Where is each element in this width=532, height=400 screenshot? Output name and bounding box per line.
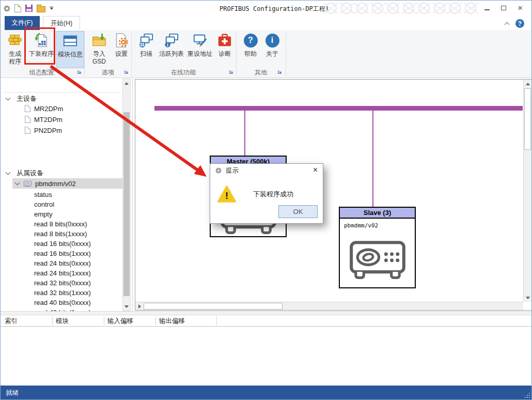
- button-label: 诊断: [218, 50, 231, 58]
- app-icon[interactable]: [4, 5, 10, 12]
- button-label: 扫描: [140, 50, 152, 58]
- tree-module-item[interactable]: read 24 bits(0xxxx): [1, 258, 122, 268]
- module-label: read 32 bits(1xxxx): [34, 289, 91, 297]
- button-label: 导入: [93, 50, 105, 58]
- dialog-launcher-icon[interactable]: [277, 69, 283, 74]
- dialog-launcher-icon[interactable]: [77, 69, 82, 74]
- scroll-up-button[interactable]: [123, 79, 130, 87]
- tree-section-label: 从属设备: [17, 168, 43, 178]
- active-list-icon: [163, 32, 180, 49]
- tree-module-item[interactable]: read 8 bits(1xxxx): [1, 228, 122, 239]
- warning-exclamation: !: [217, 191, 236, 202]
- column-header[interactable]: 输入偏移: [107, 315, 133, 327]
- tree-module-item[interactable]: read 24 bits(1xxxx): [1, 268, 122, 278]
- scroll-down-button[interactable]: [123, 302, 130, 311]
- scrollbar-thumb[interactable]: [123, 112, 130, 296]
- tree-module-item[interactable]: read 8 bits(0xxxx): [1, 219, 122, 229]
- save-icon[interactable]: [25, 5, 33, 12]
- tree-item-pbmdmm-selected[interactable]: pbmdmm/v02: [12, 178, 123, 189]
- import-gsd-icon: [91, 32, 107, 49]
- chevron-down-icon[interactable]: [6, 170, 11, 175]
- tree-module-item[interactable]: read 40 bits(1xxxx): [1, 307, 122, 311]
- reset-address-button[interactable]: 重设地址: [186, 31, 213, 68]
- slave-device-name: pbmdmm/v02: [344, 222, 378, 229]
- diagnosis-button[interactable]: 诊断: [215, 31, 234, 68]
- close-button[interactable]: ×: [512, 3, 528, 13]
- resize-grip[interactable]: [524, 392, 530, 398]
- canvas-horizontal-scrollbar[interactable]: [135, 302, 523, 310]
- reset-address-icon: [192, 32, 208, 49]
- column-divider: [216, 316, 217, 326]
- scroll-up-button[interactable]: [524, 80, 531, 88]
- tree-module-item[interactable]: empty: [1, 209, 122, 219]
- document-icon: [25, 127, 30, 134]
- tree-item-pn2dpm[interactable]: PN2DPm: [1, 125, 122, 135]
- help-button[interactable]: ?: [515, 19, 524, 28]
- ribbon-help-button[interactable]: ? 帮助: [241, 31, 260, 68]
- projector-icon: [349, 238, 406, 281]
- new-file-icon[interactable]: [14, 4, 21, 12]
- tree-module-item[interactable]: read 16 bits(0xxxx): [1, 238, 122, 249]
- dialog-close-icon[interactable]: ×: [313, 166, 318, 174]
- button-label: 模块信息: [58, 51, 83, 58]
- qat-dropdown-icon[interactable]: [50, 7, 53, 10]
- minimize-button[interactable]: [479, 3, 495, 13]
- scroll-right-button[interactable]: [135, 303, 144, 310]
- dialog-launcher-icon[interactable]: [229, 69, 234, 74]
- maximize-button[interactable]: [495, 3, 512, 13]
- scrollbar-thumb[interactable]: [144, 303, 283, 310]
- window-title: PROFIBUS Configuration-DP工程1: [220, 5, 329, 13]
- tree-module-item[interactable]: read 16 bits(1xxxx): [1, 248, 122, 258]
- button-label: GSD: [92, 58, 106, 66]
- column-header[interactable]: 输出偏移: [159, 315, 185, 327]
- bus-drop-line-slave: [372, 111, 373, 207]
- group-label: 组态配置: [1, 68, 83, 77]
- help-circle-icon: ?: [242, 32, 259, 49]
- import-gsd-button[interactable]: 导入 GSD: [88, 31, 110, 68]
- titlebar-ornament: [323, 1, 478, 16]
- module-info-icon: [62, 33, 79, 49]
- tree-module-item[interactable]: read 40 bits(0xxxx): [1, 297, 122, 307]
- settings-button[interactable]: 设置: [112, 31, 131, 68]
- module-info-button[interactable]: 模块信息: [56, 31, 84, 68]
- column-header[interactable]: 模块: [56, 315, 69, 327]
- tree-item-label: MT2DPm: [34, 116, 62, 124]
- module-label: read 24 bits(0xxxx): [34, 259, 91, 267]
- ok-button[interactable]: OK: [278, 205, 318, 218]
- dialog-title-bar[interactable]: 提示 ×: [210, 164, 323, 177]
- active-list-button[interactable]: 活跃列表: [158, 31, 185, 68]
- generate-program-button[interactable]: 生成 程序: [4, 31, 26, 68]
- tree-item-mt2dpm[interactable]: MT2DPm: [1, 114, 122, 125]
- open-folder-icon[interactable]: [37, 6, 45, 12]
- panel-splitter[interactable]: [1, 311, 531, 315]
- tree-section-slave-devices[interactable]: 从属设备: [1, 168, 122, 178]
- network-canvas[interactable]: Master (500k) Slave (3) pbmdmm/v02: [135, 79, 532, 311]
- tree-module-item[interactable]: read 32 bits(0xxxx): [1, 278, 122, 288]
- tree-item-label: MR2DPm: [34, 105, 63, 113]
- button-label: 设置: [115, 50, 128, 58]
- tree-module-item[interactable]: control: [1, 199, 122, 209]
- collapse-ribbon-icon[interactable]: [505, 22, 509, 26]
- column-header[interactable]: 索引: [5, 315, 18, 327]
- module-label: status: [34, 191, 52, 198]
- chevron-down-icon[interactable]: [6, 96, 11, 101]
- table-header-row: 索引 模块 输入偏移 输出偏移: [1, 315, 531, 327]
- slave-node-title: Slave (3): [340, 208, 415, 219]
- scan-button[interactable]: 扫描: [136, 31, 157, 68]
- tree-module-item[interactable]: read 32 bits(1xxxx): [1, 287, 122, 298]
- canvas-vertical-scrollbar[interactable]: [523, 80, 531, 302]
- settings-icon: [113, 32, 130, 49]
- chevron-down-icon[interactable]: [15, 180, 20, 186]
- scroll-down-button[interactable]: [524, 294, 531, 302]
- dialog-launcher-icon[interactable]: [124, 69, 129, 74]
- button-label: 生成: [9, 50, 21, 58]
- tree-section-master-devices[interactable]: 主设备: [1, 94, 122, 104]
- tree-scrollbar[interactable]: [122, 79, 131, 311]
- tree-item-label: PN2DPm: [34, 127, 62, 134]
- tree-item-mr2dpm[interactable]: MR2DPm: [1, 103, 122, 114]
- maximize-icon: [501, 6, 506, 10]
- tree-module-item[interactable]: status: [1, 189, 122, 199]
- scrollbar-thumb[interactable]: [524, 88, 531, 150]
- about-button[interactable]: i 关于: [263, 31, 281, 68]
- slave-node[interactable]: Slave (3) pbmdmm/v02: [339, 207, 416, 288]
